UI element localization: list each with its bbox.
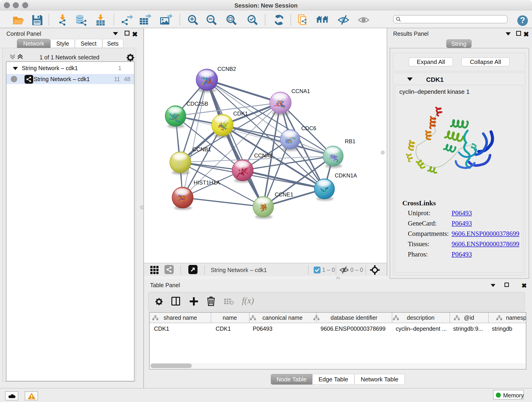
svg-text:CDC25B: CDC25B [186, 101, 208, 107]
svg-text:CDK1: CDK1 [233, 110, 248, 117]
svg-text:CCNA2: CCNA2 [254, 153, 273, 159]
svg-text:?: ? [520, 16, 525, 25]
svg-text:CCNE1: CCNE1 [275, 191, 293, 198]
svg-text:CCNB2: CCNB2 [217, 66, 236, 72]
svg-text:CDKN1A: CDKN1A [335, 172, 357, 179]
svg-text:HIST1H1A: HIST1H1A [194, 179, 220, 186]
svg-text:CCNA1: CCNA1 [291, 88, 310, 94]
svg-text:CCNB1: CCNB1 [192, 146, 211, 153]
svg-text:CDC6: CDC6 [301, 125, 316, 131]
svg-text:RB1: RB1 [345, 138, 355, 144]
